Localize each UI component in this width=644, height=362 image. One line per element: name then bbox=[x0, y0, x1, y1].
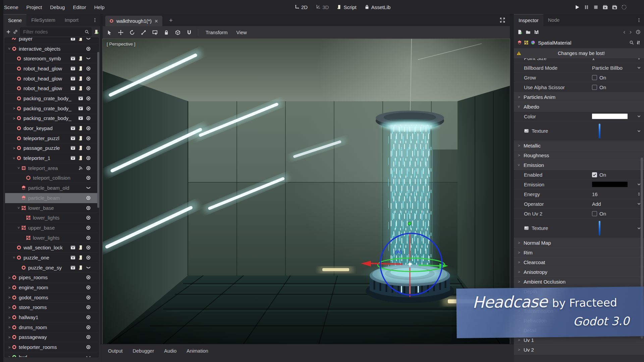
tree-node-player[interactable]: player bbox=[5, 38, 98, 44]
film-icon[interactable] bbox=[70, 145, 75, 150]
add-node-button[interactable] bbox=[6, 29, 11, 34]
fullscreen-toggle-icon[interactable] bbox=[500, 17, 505, 23]
editor-button-3d[interactable]: 3D bbox=[316, 4, 329, 10]
bottom-tab-audio[interactable]: Audio bbox=[164, 348, 176, 354]
script-icon[interactable] bbox=[78, 76, 83, 81]
visibility-eye-closed-icon[interactable] bbox=[86, 56, 91, 61]
tree-expand-arrow[interactable]: > bbox=[7, 355, 12, 357]
history-icon[interactable] bbox=[636, 29, 641, 35]
checkbox-unchecked[interactable] bbox=[592, 75, 597, 80]
instance-scene-button[interactable] bbox=[13, 29, 18, 34]
play-scene-icon[interactable] bbox=[602, 4, 608, 10]
tree-expand-arrow[interactable]: > bbox=[12, 116, 16, 120]
texture-thumbnail[interactable] bbox=[599, 221, 600, 236]
select-icon[interactable] bbox=[107, 30, 112, 35]
visibility-eye-icon[interactable] bbox=[86, 145, 91, 150]
film-icon[interactable] bbox=[78, 96, 83, 101]
tree-expand-arrow[interactable]: > bbox=[12, 146, 16, 150]
script-icon[interactable] bbox=[78, 86, 83, 91]
section-roughness[interactable]: >Roughness bbox=[514, 150, 644, 160]
section-normal-map[interactable]: >Normal Map bbox=[514, 238, 644, 248]
color-swatch[interactable] bbox=[592, 114, 628, 119]
value-text[interactable]: Particle Billbo bbox=[592, 65, 623, 71]
value-text[interactable]: 16 bbox=[592, 191, 598, 197]
tree-node-teleporter_puzzl[interactable]: teleporter_puzzl bbox=[5, 133, 98, 143]
film-icon[interactable] bbox=[70, 136, 75, 141]
view-menu[interactable]: View bbox=[235, 30, 248, 35]
load-resource-icon[interactable] bbox=[526, 29, 531, 35]
section-rim[interactable]: >Rim bbox=[514, 248, 644, 257]
tree-node-particle_beam_old[interactable]: particle_beam_old bbox=[5, 183, 98, 193]
section-metallic[interactable]: >Metallic bbox=[514, 141, 644, 150]
tree-node-upper_base[interactable]: >upper_base bbox=[5, 223, 98, 233]
property-enabled[interactable]: EnabledOn bbox=[514, 170, 644, 180]
script-icon[interactable] bbox=[78, 255, 83, 260]
property-point-size[interactable]: Point Size1 bbox=[514, 58, 644, 63]
tree-node-hallway1[interactable]: >hallway1 bbox=[5, 312, 98, 322]
tree-expand-arrow[interactable]: > bbox=[7, 325, 12, 329]
script-icon[interactable] bbox=[78, 38, 83, 41]
visibility-eye-icon[interactable] bbox=[86, 255, 91, 260]
tree-node-wall_section_lock[interactable]: wall_section_lock bbox=[5, 243, 98, 253]
bottom-tab-debugger[interactable]: Debugger bbox=[133, 348, 154, 354]
history-back-icon[interactable]: ‹ bbox=[623, 28, 625, 36]
property-texture[interactable]: Texture bbox=[514, 121, 644, 141]
scene-tab-walkthrough1[interactable]: walkthrough1(*) bbox=[105, 16, 162, 26]
film-icon[interactable] bbox=[78, 106, 83, 111]
visibility-eye-icon[interactable] bbox=[86, 66, 91, 71]
group-icon[interactable] bbox=[175, 30, 180, 35]
property-use-alpha-scissor[interactable]: Use Alpha ScissorOn bbox=[514, 82, 644, 92]
tree-expand-arrow[interactable]: > bbox=[16, 206, 21, 210]
checkbox-unchecked[interactable] bbox=[592, 211, 597, 216]
menu-project[interactable]: Project bbox=[22, 0, 46, 14]
script-icon[interactable] bbox=[78, 145, 83, 150]
tree-node-pipes_rooms[interactable]: >pipes_rooms bbox=[5, 273, 98, 283]
viewport-3d[interactable]: [ Perspective ] (W) bbox=[103, 39, 510, 344]
tree-node-lower_lights[interactable]: lower_lights bbox=[5, 233, 98, 243]
film-icon[interactable] bbox=[70, 245, 75, 250]
menu-debug[interactable]: Debug bbox=[46, 0, 69, 14]
visibility-eye-icon[interactable] bbox=[86, 46, 91, 51]
visibility-eye-icon[interactable] bbox=[86, 295, 91, 300]
tree-node-robot_head_glow[interactable]: robot_head_glow bbox=[5, 83, 98, 94]
tree-node-interactive_objects[interactable]: >interactive_objects bbox=[5, 44, 98, 54]
tree-node-teleporter_rooms[interactable]: >teleporter_rooms bbox=[5, 342, 98, 352]
visibility-eye-icon[interactable] bbox=[86, 335, 91, 340]
property-texture[interactable]: Texture bbox=[514, 219, 644, 238]
tree-expand-arrow[interactable]: > bbox=[16, 226, 21, 230]
tree-node-lower_lights[interactable]: lower_lights bbox=[5, 213, 98, 223]
history-forward-icon[interactable]: › bbox=[630, 28, 632, 36]
bottom-tab-animation[interactable]: Animation bbox=[186, 348, 208, 354]
property-billboard-mode[interactable]: Billboard ModeParticle Billbo bbox=[514, 63, 644, 73]
tree-node-hud[interactable]: >hud bbox=[5, 352, 98, 357]
editor-button-assetlib[interactable]: AssetLib bbox=[365, 4, 391, 10]
visibility-eye-icon[interactable] bbox=[86, 136, 91, 141]
texture-thumbnail[interactable] bbox=[599, 124, 600, 138]
film-icon[interactable] bbox=[70, 255, 75, 260]
tree-node-puzzle_one_sy[interactable]: puzzle_one_sy bbox=[5, 263, 98, 273]
film-icon[interactable] bbox=[70, 38, 75, 41]
scale-icon[interactable] bbox=[141, 30, 146, 35]
inspector-search-icon[interactable] bbox=[629, 40, 634, 45]
visibility-eye-icon[interactable] bbox=[86, 325, 91, 330]
new-resource-icon[interactable] bbox=[517, 29, 522, 35]
signal-icon[interactable] bbox=[78, 166, 83, 171]
play-custom-scene-icon[interactable] bbox=[612, 4, 618, 10]
tab-import[interactable]: Import bbox=[60, 14, 83, 26]
film-icon[interactable] bbox=[78, 116, 83, 121]
tab-inspector[interactable]: Inspector bbox=[514, 14, 543, 26]
spinner-icon[interactable] bbox=[621, 4, 627, 10]
section-emission[interactable]: >Emission bbox=[514, 160, 644, 170]
checkbox-checked[interactable] bbox=[592, 172, 597, 177]
tree-expand-arrow[interactable]: > bbox=[7, 286, 12, 290]
visibility-eye-icon[interactable] bbox=[86, 166, 91, 171]
tree-node-passageway[interactable]: >passageway bbox=[5, 333, 98, 343]
script-icon[interactable] bbox=[78, 245, 83, 250]
tree-expand-arrow[interactable]: > bbox=[7, 47, 12, 51]
dock-menu-dots-icon[interactable] bbox=[93, 18, 100, 22]
tree-node-teleport_collision[interactable]: teleport_collision bbox=[5, 173, 98, 183]
script-icon[interactable] bbox=[78, 265, 83, 270]
bottom-tab-output[interactable]: Output bbox=[108, 348, 123, 354]
property-color[interactable]: Color bbox=[514, 112, 644, 121]
tree-node-passage_puzzle[interactable]: >passage_puzzle bbox=[5, 143, 98, 154]
